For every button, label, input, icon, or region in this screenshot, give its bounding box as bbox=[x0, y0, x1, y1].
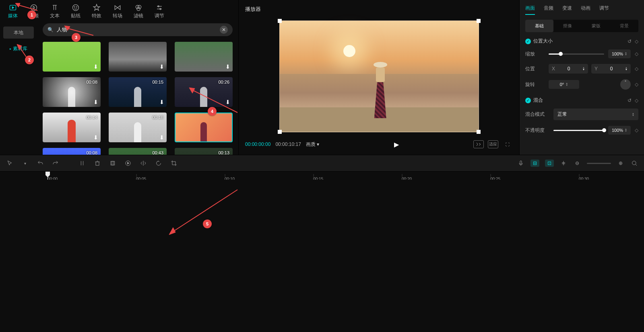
media-thumb[interactable]: 00:43⬇ bbox=[109, 148, 167, 155]
resize-handle[interactable] bbox=[278, 130, 282, 134]
scale-slider[interactable] bbox=[549, 53, 604, 55]
split-icon[interactable] bbox=[78, 159, 86, 167]
link-icon[interactable]: ⊡ bbox=[545, 160, 554, 167]
prop-tab-video[interactable]: 画面 bbox=[525, 5, 535, 15]
zoom-fit-icon[interactable] bbox=[630, 159, 638, 167]
rotate-input[interactable]: 0°▲▼ bbox=[549, 80, 579, 89]
transition-icon bbox=[113, 3, 122, 12]
download-icon[interactable]: ⬇ bbox=[159, 99, 164, 105]
media-thumb[interactable]: 00:26⬇ bbox=[175, 77, 233, 107]
prop-tab-speed[interactable]: 变速 bbox=[562, 5, 572, 15]
download-icon[interactable]: ⬇ bbox=[225, 99, 230, 105]
opacity-value[interactable]: 100%▲▼ bbox=[608, 126, 631, 135]
download-icon[interactable]: ⬇ bbox=[93, 134, 98, 141]
tab-media[interactable]: 媒体 bbox=[8, 3, 18, 19]
subtab-bg[interactable]: 背景 bbox=[610, 20, 638, 32]
tab-sticker[interactable]: 贴纸 bbox=[71, 3, 80, 19]
align-icon[interactable] bbox=[559, 159, 568, 167]
media-thumb[interactable]: 00:14⬇ bbox=[43, 113, 101, 142]
subtab-basic[interactable]: 基础 bbox=[525, 20, 553, 32]
audio-icon bbox=[29, 3, 39, 12]
player-title: 播放器 bbox=[243, 6, 515, 16]
opacity-slider[interactable] bbox=[553, 130, 604, 131]
keyframe-icon[interactable]: ◇ bbox=[635, 39, 638, 44]
download-icon[interactable]: ⬇ bbox=[93, 64, 98, 70]
timeline-ruler[interactable]: 00:00 00:05 00:10 00:15 00:20 00:25 00:3… bbox=[47, 172, 644, 180]
download-icon[interactable]: ⬇ bbox=[159, 64, 164, 70]
magnet-icon[interactable]: ⊟ bbox=[530, 160, 539, 167]
tab-transition[interactable]: 转场 bbox=[113, 3, 122, 19]
media-thumb-selected[interactable] bbox=[175, 113, 233, 142]
search-bar[interactable]: 🔍 ✕ bbox=[43, 23, 233, 36]
mic-icon[interactable] bbox=[517, 159, 525, 167]
blend-mode-select[interactable]: 正常▲▼ bbox=[553, 109, 638, 120]
media-thumb[interactable]: 00:13⬇ bbox=[175, 148, 233, 155]
download-icon[interactable]: ⬇ bbox=[93, 99, 98, 105]
clear-search-button[interactable]: ✕ bbox=[220, 26, 228, 34]
media-thumb[interactable]: 00:08⬇ bbox=[43, 148, 101, 155]
check-icon[interactable]: ✓ bbox=[525, 98, 531, 103]
check-icon[interactable]: ✓ bbox=[525, 39, 531, 44]
zoom-in-icon[interactable]: ⊕ bbox=[617, 159, 625, 167]
pos-x-input[interactable]: X0▲▼ bbox=[549, 64, 588, 74]
resize-handle[interactable] bbox=[477, 130, 481, 134]
prop-tab-adjust[interactable]: 调节 bbox=[599, 5, 609, 15]
reset-icon[interactable]: ↺ bbox=[627, 39, 632, 44]
tab-text[interactable]: 文本 bbox=[50, 3, 60, 19]
download-icon[interactable]: ⬇ bbox=[159, 134, 164, 141]
sticker-icon bbox=[71, 3, 80, 12]
keyframe-icon[interactable]: ◇ bbox=[635, 127, 638, 133]
zoom-out-icon[interactable]: ⊖ bbox=[573, 159, 581, 167]
play-button[interactable]: ▶ bbox=[324, 141, 469, 148]
keyframe-icon[interactable]: ◇ bbox=[635, 82, 638, 87]
scale-value[interactable]: 100%▲▼ bbox=[608, 49, 631, 58]
speed-icon[interactable] bbox=[124, 159, 132, 167]
quality-button[interactable]: 画质 ▾ bbox=[306, 141, 319, 148]
rotate-dial[interactable] bbox=[620, 79, 631, 90]
keyframe-icon[interactable]: ◇ bbox=[635, 51, 638, 57]
media-thumb[interactable]: ⬇ bbox=[43, 42, 101, 72]
crop-icon[interactable] bbox=[109, 159, 117, 167]
fit-button[interactable]: 适应 bbox=[488, 140, 498, 148]
delete-icon[interactable] bbox=[93, 159, 101, 167]
tab-adjust[interactable]: 调节 bbox=[155, 3, 164, 19]
media-thumb[interactable]: ⬇ bbox=[175, 42, 233, 72]
subtab-cutout[interactable]: 抠像 bbox=[553, 20, 582, 32]
mirror-icon[interactable] bbox=[139, 159, 147, 167]
keyframe-icon[interactable]: ◇ bbox=[635, 98, 638, 103]
cursor-tool[interactable] bbox=[6, 159, 14, 167]
player-viewport[interactable] bbox=[243, 16, 515, 136]
prop-tab-anim[interactable]: 动画 bbox=[581, 5, 590, 15]
prop-tab-audio[interactable]: 音频 bbox=[544, 5, 553, 15]
resize-handle[interactable] bbox=[278, 19, 282, 23]
reset-icon[interactable]: ↺ bbox=[627, 98, 632, 103]
undo-icon[interactable] bbox=[36, 159, 44, 167]
redo-icon[interactable] bbox=[52, 159, 60, 167]
tab-filter[interactable]: 滤镜 bbox=[134, 3, 143, 19]
subtab-mask[interactable]: 蒙版 bbox=[582, 20, 610, 32]
rotate-icon[interactable] bbox=[155, 159, 163, 167]
svg-point-7 bbox=[137, 7, 140, 10]
svg-point-6 bbox=[138, 5, 141, 8]
section-pos-size: 位置大小 bbox=[533, 38, 553, 45]
playhead[interactable] bbox=[47, 172, 48, 180]
crop2-icon[interactable] bbox=[170, 159, 178, 167]
media-thumb[interactable]: ⬇ bbox=[109, 42, 167, 72]
pos-y-input[interactable]: Y0▲▼ bbox=[591, 64, 631, 74]
keyframe-icon[interactable]: ◇ bbox=[635, 66, 638, 72]
waveform-icon[interactable] bbox=[473, 140, 484, 148]
media-thumb[interactable]: 00:08⬇ bbox=[43, 77, 101, 107]
sidebar-library[interactable]: ▸素材库 bbox=[3, 43, 34, 55]
tab-audio[interactable]: 音频 bbox=[29, 3, 39, 19]
zoom-slider[interactable] bbox=[587, 163, 611, 164]
media-thumb[interactable]: 00:15⬇ bbox=[109, 77, 167, 107]
download-icon[interactable]: ⬇ bbox=[225, 64, 230, 70]
tab-effect[interactable]: 特效 bbox=[92, 3, 101, 19]
svg-point-1 bbox=[31, 4, 37, 10]
dropdown-icon[interactable]: ▾ bbox=[21, 159, 29, 167]
media-thumb[interactable]: 00:18⬇ bbox=[109, 113, 167, 142]
resize-handle[interactable] bbox=[477, 19, 481, 23]
fullscreen-icon[interactable]: ⛶ bbox=[502, 140, 513, 148]
search-input[interactable] bbox=[57, 27, 217, 33]
sidebar-local[interactable]: 本地 bbox=[3, 27, 34, 39]
